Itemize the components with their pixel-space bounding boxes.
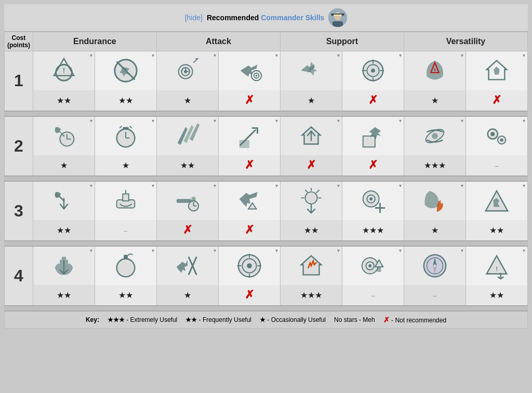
skill-rating-r3-s2: –: [95, 220, 156, 241]
skill-icon-r2-s5[interactable]: ▾: [280, 116, 342, 155]
skill-icon-r2-s2[interactable]: ▾: [95, 116, 156, 155]
skill-rating-r2-s8: –: [466, 155, 527, 176]
rating-empty: –: [124, 227, 128, 235]
skill-icon-r4-s8[interactable]: ▾ !: [466, 246, 527, 285]
skill-icon-r2-s6[interactable]: ▾: [342, 116, 404, 155]
legend-1star: ★ - Occasionally Useful: [260, 316, 326, 323]
skill-icon-r4-s7[interactable]: ▾: [404, 246, 466, 285]
skill-icon-r3-s8[interactable]: ▾: [466, 181, 527, 220]
skill-icon-r1-s3[interactable]: ▾: [156, 51, 218, 90]
skill-icon-r4-s5[interactable]: ▾: [280, 246, 342, 285]
skills-table: Cost(points) Endurance Attack Support Ve…: [4, 32, 528, 329]
skill-icon-img: [283, 54, 340, 88]
skill-icon-r3-s6[interactable]: ▾: [342, 181, 404, 220]
skill-rating-r1-s1: ★★: [33, 90, 95, 111]
skill-icon-r1-s2[interactable]: ▾: [95, 51, 156, 90]
skill-icon-r3-s7[interactable]: ▾: [404, 181, 466, 220]
chevron-icon: ▾: [337, 248, 340, 253]
rating-stars: ★★: [118, 96, 133, 105]
skill-icon-r4-s2[interactable]: ▾: [95, 246, 156, 285]
skill-icon-img: [406, 119, 463, 153]
rating-empty: –: [371, 292, 375, 300]
chevron-icon: ▾: [152, 248, 154, 253]
skill-icon-img: [159, 119, 216, 153]
skill-icon-r2-s8[interactable]: ▾: [466, 116, 527, 155]
svg-rect-50: [177, 199, 192, 203]
chevron-icon: ▾: [214, 248, 216, 253]
commander-avatar: [328, 8, 347, 27]
rating-stars: ★★: [57, 226, 71, 235]
rating-stars: ★: [184, 291, 191, 300]
skill-rating-r2-s1: ★: [33, 155, 95, 176]
svg-text:!: !: [63, 66, 65, 74]
skill-rating-r1-s2: ★★: [95, 90, 156, 111]
skill-icon-r1-s4[interactable]: ▾: [218, 51, 280, 90]
page-wrapper: [hide] Recommended Commander Skills Cost…: [0, 0, 532, 333]
skill-icon-r1-s6[interactable]: ▾: [342, 51, 404, 90]
skill-icon-img: [283, 119, 340, 153]
skill-icon-r4-s4[interactable]: ▾: [218, 246, 280, 285]
skill-rating-r1-s7: ★: [404, 90, 466, 111]
skill-rating-r3-s4: ✗: [218, 220, 280, 241]
rating-cross: ✗: [245, 223, 254, 236]
skill-rating-r1-s6: ✗: [342, 90, 404, 111]
skill-rating-r2-s6: ✗: [342, 155, 404, 176]
skill-icon-r2-s4[interactable]: ▾: [218, 116, 280, 155]
skill-icon-r4-s6[interactable]: ▾: [342, 246, 404, 285]
skill-icon-r1-s8[interactable]: ▾: [466, 51, 527, 90]
skill-rating-r3-s8: ★★: [466, 220, 527, 241]
chevron-icon: ▾: [275, 118, 278, 124]
chevron-icon: ▾: [399, 52, 402, 58]
chevron-icon: ▾: [214, 52, 216, 58]
rating-cross: ✗: [245, 158, 254, 171]
legend-row: Key: ★★★ - Extremely Useful ★★ - Frequen…: [5, 311, 528, 329]
skill-rating-r3-s3: ✗: [156, 220, 218, 241]
chevron-icon: ▾: [275, 52, 278, 58]
skill-icon-r3-s4[interactable]: ▾: [218, 181, 280, 220]
chevron-icon: ▾: [461, 248, 463, 253]
skill-icon-img: [159, 184, 216, 218]
svg-point-42: [432, 133, 438, 139]
chevron-icon: ▾: [337, 118, 340, 124]
skill-icon-img: [344, 184, 402, 218]
skill-icon-r3-s3[interactable]: ▾: [156, 181, 218, 220]
skill-icon-r2-s7[interactable]: ▾: [404, 116, 466, 155]
svg-line-58: [316, 189, 320, 193]
skill-icon-img: !: [35, 54, 92, 88]
skill-icon-r2-s3[interactable]: ▾: [156, 116, 218, 155]
svg-point-46: [500, 138, 503, 141]
chevron-icon: ▾: [152, 118, 154, 124]
svg-point-1: [334, 12, 341, 20]
rating-stars: ★: [122, 161, 129, 170]
svg-point-82: [368, 264, 371, 267]
skill-icon-r3-s5[interactable]: ▾: [280, 181, 342, 220]
row-spacer: [5, 176, 528, 181]
skill-icon-r1-s5[interactable]: ▾: [280, 51, 342, 90]
skill-icon-r4-s1[interactable]: ▾: [33, 246, 95, 285]
skill-icon-r3-s1[interactable]: ▾: [33, 181, 95, 220]
cost-2: 2: [5, 116, 33, 176]
rating-empty: –: [433, 292, 437, 300]
skill-icon-r4-s3[interactable]: ▾: [156, 246, 218, 285]
rating-cross: ✗: [368, 158, 378, 171]
skill-icon-r1-s1[interactable]: ▾ !: [33, 51, 95, 90]
svg-marker-55: [248, 202, 256, 209]
skill-icon-r2-s1[interactable]: ▾: [33, 116, 95, 155]
chevron-icon: ▾: [337, 183, 340, 188]
skill-rating-r4-s1: ★★: [33, 285, 95, 306]
rating-stars: ★: [60, 161, 68, 170]
chevron-icon: ▾: [152, 52, 154, 58]
legend-section: Key: ★★★ - Extremely Useful ★★ - Frequen…: [9, 316, 523, 324]
legend-no-stars: No stars - Meh: [334, 316, 375, 323]
skill-rating-r4-s8: ★★: [466, 285, 527, 306]
skill-rating-r2-s5: ✗: [280, 155, 342, 176]
hide-link[interactable]: [hide]: [185, 13, 203, 22]
skill-icon-r1-s7[interactable]: ▾ !: [404, 51, 466, 90]
legend-2stars: ★★ - Frequently Useful: [185, 316, 251, 323]
svg-rect-35: [123, 127, 129, 129]
skill-icon-img: [221, 54, 278, 88]
skill-icon-r3-s2[interactable]: ▾: [95, 181, 156, 220]
skill-rating-r4-s4: ✗: [218, 285, 280, 306]
row-spacer: [5, 111, 528, 116]
svg-point-56: [305, 192, 317, 204]
